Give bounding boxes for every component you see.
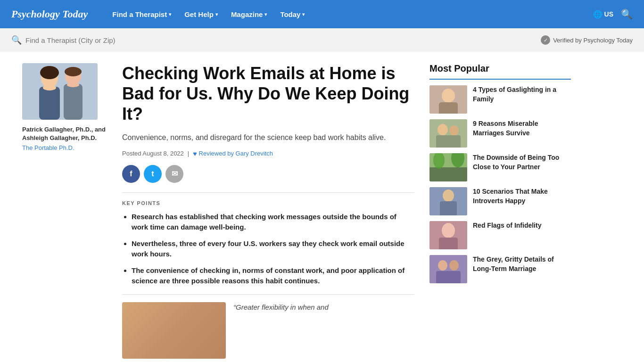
left-sidebar: Patrick Gallagher, Ph.D., and Ashleigh G… — [22, 63, 107, 359]
search-bar: 🔍 ✓ Verified by Psychology Today — [0, 28, 644, 52]
nav-find-therapist[interactable]: Find a Therapist ▾ — [107, 7, 177, 22]
popular-item[interactable]: The Grey, Gritty Details of Long-Term Ma… — [429, 255, 571, 283]
svg-point-14 — [449, 125, 459, 136]
top-navigation: Psychology Today Find a Therapist ▾ Get … — [0, 0, 644, 28]
key-point-bold-2: Nevertheless, three of every four U.S. w… — [132, 239, 405, 258]
svg-point-6 — [65, 67, 82, 76]
nav-get-help[interactable]: Get Help ▾ — [179, 7, 223, 22]
popular-item[interactable]: 10 Scenarios That Make Introverts Happy — [429, 187, 571, 215]
key-points-label: KEY POINTS — [122, 200, 414, 206]
list-item: Research has established that checking w… — [132, 212, 414, 233]
twitter-icon: t — [151, 170, 154, 178]
svg-rect-29 — [436, 271, 461, 283]
divider-2 — [122, 294, 414, 295]
svg-point-4 — [43, 85, 56, 90]
svg-point-21 — [443, 189, 454, 202]
svg-point-24 — [442, 223, 455, 238]
list-item: Nevertheless, three of every four U.S. w… — [132, 239, 414, 260]
svg-rect-25 — [439, 238, 458, 249]
nav-links: Find a Therapist ▾ Get Help ▾ Magazine ▾… — [107, 7, 593, 22]
popular-item-title: 4 Types of Gaslighting in a Family — [473, 85, 571, 104]
author-photo — [22, 63, 98, 120]
svg-point-13 — [438, 124, 448, 135]
right-sidebar: Most Popular 4 Types of Gaslighting in a… — [429, 63, 571, 359]
svg-point-28 — [449, 260, 459, 271]
article-subtitle: Convenience, norms, and disregard for th… — [122, 132, 414, 143]
logo-text: Psychology Today — [11, 8, 88, 20]
popular-thumbnail — [429, 187, 467, 215]
divider — [122, 192, 414, 193]
svg-rect-11 — [439, 102, 458, 114]
search-input-area: 🔍 — [11, 35, 167, 45]
popular-thumbnail — [429, 255, 467, 283]
chevron-down-icon: ▾ — [264, 12, 267, 17]
search-icon: 🔍 — [11, 35, 22, 45]
reviewed-badge: ♥ Reviewed by Gary Drevitch — [193, 150, 273, 157]
heart-icon: ♥ — [193, 150, 197, 157]
popular-item-title: The Grey, Gritty Details of Long-Term Ma… — [473, 255, 571, 273]
nav-magazine[interactable]: Magazine ▾ — [225, 7, 273, 22]
region-selector[interactable]: 🌐 US — [593, 10, 613, 19]
popular-item[interactable]: The Downside of Being Too Close to Your … — [429, 153, 571, 181]
twitter-share-button[interactable]: t — [144, 165, 162, 183]
verified-badge: ✓ Verified by Psychology Today — [541, 35, 633, 45]
chevron-down-icon: ▾ — [169, 12, 171, 17]
author-blog[interactable]: The Portable Ph.D. — [22, 144, 107, 151]
main-container: Patrick Gallagher, Ph.D., and Ashleigh G… — [11, 52, 633, 359]
nav-search-icon[interactable]: 🔍 — [621, 8, 633, 20]
popular-thumbnail — [429, 85, 467, 114]
logo[interactable]: Psychology Today — [11, 8, 88, 20]
popular-item[interactable]: 9 Reasons Miserable Marriages Survive — [429, 119, 571, 148]
popular-item-title: Red Flags of Infidelity — [473, 221, 541, 230]
svg-rect-15 — [436, 135, 461, 148]
popular-item[interactable]: Red Flags of Infidelity — [429, 221, 571, 249]
article-content: Checking Work Emails at Home is Bad for … — [122, 63, 414, 359]
reviewed-by: Reviewed by Gary Drevitch — [199, 150, 273, 157]
svg-point-2 — [40, 66, 59, 79]
svg-point-8 — [67, 82, 79, 87]
key-point-bold-3: The convenience of checking in, norms of… — [132, 266, 405, 285]
popular-thumbnail — [429, 119, 467, 148]
email-icon: ✉ — [172, 169, 178, 178]
svg-rect-22 — [440, 201, 457, 215]
most-popular-title: Most Popular — [429, 63, 571, 80]
chevron-down-icon: ▾ — [215, 12, 218, 17]
svg-point-10 — [442, 89, 455, 103]
chevron-down-icon: ▾ — [302, 12, 305, 17]
popular-item-title: The Downside of Being Too Close to Your … — [473, 153, 571, 172]
svg-rect-7 — [64, 84, 83, 120]
globe-icon: 🌐 — [593, 10, 603, 19]
meta-separator: | — [188, 150, 189, 157]
nav-right: 🌐 US 🔍 — [593, 8, 633, 20]
article-title: Checking Work Emails at Home is Bad for … — [122, 63, 414, 124]
facebook-icon: f — [130, 170, 132, 178]
article-bottom: “Greater flexibility in when and — [122, 302, 414, 359]
svg-point-27 — [438, 260, 447, 271]
key-point-bold-1: Research has established that checking w… — [132, 213, 396, 231]
email-share-button[interactable]: ✉ — [165, 165, 183, 183]
nav-today[interactable]: Today ▾ — [274, 7, 310, 22]
popular-thumbnail — [429, 153, 467, 181]
social-buttons: f t ✉ — [122, 165, 414, 183]
search-input[interactable] — [25, 36, 167, 44]
svg-rect-3 — [39, 87, 60, 120]
popular-item[interactable]: 4 Types of Gaslighting in a Family — [429, 85, 571, 114]
article-quote: “Greater flexibility in when and — [233, 302, 329, 313]
popular-thumbnail — [429, 221, 467, 249]
key-points-list: Research has established that checking w… — [122, 212, 414, 287]
post-date: Posted August 8, 2022 — [122, 150, 184, 157]
verified-icon: ✓ — [541, 35, 550, 45]
popular-item-title: 10 Scenarios That Make Introverts Happy — [473, 187, 571, 206]
popular-item-title: 9 Reasons Miserable Marriages Survive — [473, 119, 571, 138]
article-image — [122, 302, 226, 359]
facebook-share-button[interactable]: f — [122, 165, 140, 183]
list-item: The convenience of checking in, norms of… — [132, 265, 414, 287]
article-meta: Posted August 8, 2022 | ♥ Reviewed by Ga… — [122, 150, 414, 157]
svg-rect-17 — [429, 167, 467, 181]
author-name: Patrick Gallagher, Ph.D., and Ashleigh G… — [22, 125, 107, 142]
